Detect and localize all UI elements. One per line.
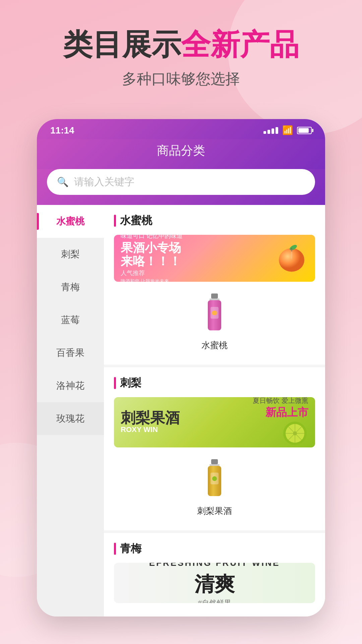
banner-summer-text: 夏日畅饮 爱上微熏 <box>253 397 308 406</box>
banner-small-text: 味道可口 记忆中的味道 <box>121 235 275 240</box>
sidebar-item-cili[interactable]: 刺梨 <box>37 238 104 271</box>
phone-mockup: 11:14 📶 商品分类 🔍 请输入关键字 水蜜桃 <box>37 119 325 616</box>
promo-title-black: 类目展示 <box>63 28 181 61</box>
status-time: 11:14 <box>50 125 74 136</box>
bottle-yellow-icon <box>201 458 228 501</box>
banner-sub-text: 人气推荐 <box>121 269 275 277</box>
peach-illustration <box>275 241 308 275</box>
sidebar-item-meiguihua[interactable]: 玫瑰花 <box>37 402 104 435</box>
status-bar: 11:14 📶 <box>37 119 325 139</box>
app-title: 商品分类 <box>157 144 205 157</box>
svg-point-15 <box>293 431 297 435</box>
sidebar-item-shuimitao[interactable]: 水蜜桃 <box>37 205 104 238</box>
banner-footer-text: 嗨酒和您 让我发光未来 <box>121 278 275 281</box>
promo-subtitle: 多种口味够您选择 <box>13 69 349 89</box>
banner-kiwi-big-text: 刺梨果酒 <box>121 411 253 425</box>
status-icons: 📶 <box>263 125 312 136</box>
signal-icon <box>263 127 278 134</box>
bottle-pink-icon <box>201 292 228 335</box>
svg-point-20 <box>212 476 217 481</box>
title-bar-decoration <box>114 215 116 227</box>
search-section: 🔍 请输入关键字 <box>37 169 325 205</box>
product-cili[interactable]: 刺梨果酒 <box>114 454 315 524</box>
banner-big-text: 果酒小专场 来咯！！！ <box>121 241 275 268</box>
promo-header: 类目展示全新产品 多种口味够您选择 <box>0 0 362 102</box>
banner-kiwi-content: 刺梨果酒 ROXY WIN 夏日畅饮 爱上微熏 新品上市 <box>114 397 315 447</box>
right-content: 水蜜桃 味道可口 记忆中的味道 果酒小专场 来咯！！！ 人气推荐 嗨酒和您 让我… <box>104 205 325 616</box>
banner-new-text: 新品上市 <box>256 405 308 420</box>
title-bar-decoration-cili <box>114 377 116 389</box>
category-title-shuimitao: 水蜜桃 <box>114 213 315 228</box>
banner-peach-content: 味道可口 记忆中的味道 果酒小专场 来咯！！！ 人气推荐 嗨酒和您 让我发光未来 <box>114 235 315 282</box>
svg-rect-17 <box>209 464 220 466</box>
banner-shuimitao[interactable]: 味道可口 记忆中的味道 果酒小专场 来咯！！！ 人气推荐 嗨酒和您 让我发光未来 <box>114 235 315 282</box>
battery-icon <box>297 127 312 134</box>
category-cili: 刺梨 刺梨果酒 ROXY WIN 夏日畅饮 爱上微熏 新品上市 <box>104 367 325 533</box>
svg-rect-4 <box>211 293 218 299</box>
svg-rect-16 <box>211 459 218 464</box>
banner-natural-text: #自然鲜果 <box>198 598 231 603</box>
product-name-cili: 刺梨果酒 <box>197 505 232 517</box>
search-bar[interactable]: 🔍 请输入关键字 <box>47 169 315 195</box>
category-qingmei: 青梅 EFRESHING FRUIT WINE 清爽 #自然鲜果 <box>104 533 325 616</box>
content-area: 水蜜桃 刺梨 青梅 蓝莓 百香果 洛神花 玫瑰花 <box>37 205 325 616</box>
svg-point-8 <box>212 311 217 315</box>
promo-title: 类目展示全新产品 <box>13 27 349 62</box>
category-title-qingmei: 青梅 <box>114 541 315 556</box>
banner-kiwi-en-text: ROXY WIN <box>121 425 253 434</box>
category-title-cili: 刺梨 <box>114 376 315 390</box>
wifi-icon: 📶 <box>282 125 293 136</box>
app-header: 商品分类 <box>37 139 325 169</box>
product-shuimitao[interactable]: 水蜜桃 <box>114 288 315 358</box>
kiwi-illustration <box>282 420 308 447</box>
search-placeholder-text: 请输入关键字 <box>74 175 134 189</box>
banner-efreshing-text: EFRESHING FRUIT WINE <box>149 563 280 568</box>
product-name-shuimitao: 水蜜桃 <box>201 339 228 351</box>
promo-title-pink: 全新产品 <box>181 28 299 61</box>
banner-cili[interactable]: 刺梨果酒 ROXY WIN 夏日畅饮 爱上微熏 新品上市 <box>114 397 315 447</box>
title-bar-decoration-qingmei <box>114 543 116 555</box>
sidebar: 水蜜桃 刺梨 青梅 蓝莓 百香果 洛神花 玫瑰花 <box>37 205 104 616</box>
sidebar-item-lanmei[interactable]: 蓝莓 <box>37 304 104 336</box>
sidebar-item-baixianguo[interactable]: 百香果 <box>37 336 104 369</box>
sidebar-item-loshenhua[interactable]: 洛神花 <box>37 369 104 402</box>
banner-qingshuang-text: 清爽 <box>194 571 235 598</box>
banner-qingmei[interactable]: EFRESHING FRUIT WINE 清爽 #自然鲜果 <box>114 563 315 603</box>
svg-rect-5 <box>209 299 220 300</box>
category-shuimitao: 水蜜桃 味道可口 记忆中的味道 果酒小专场 来咯！！！ 人气推荐 嗨酒和您 让我… <box>104 205 325 367</box>
sidebar-item-qingmei[interactable]: 青梅 <box>37 271 104 304</box>
search-icon: 🔍 <box>57 176 69 187</box>
